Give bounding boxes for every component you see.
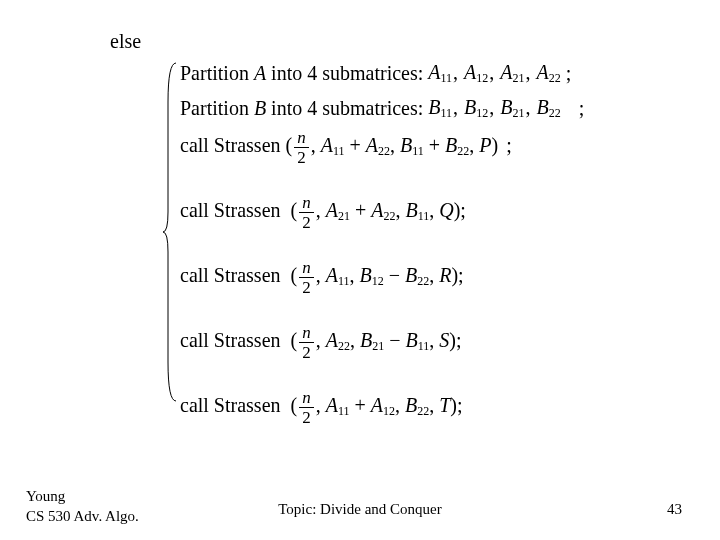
semi: ; [460,199,466,221]
rp: ) [491,134,498,156]
s: 11 [441,106,453,120]
s: 12 [383,404,395,418]
m: A [537,61,549,83]
m: A [371,199,383,221]
op: + [350,199,371,221]
m: A [464,61,476,83]
s: 22 [378,144,390,158]
c: , [349,264,354,286]
m: A [500,61,512,83]
call-strassen-5: call Strassen (n2, A11 + A12, B22, T); [180,389,584,426]
m: B [464,96,476,118]
semi: ; [457,394,463,416]
call: call Strassen [180,394,281,416]
c: , [489,96,494,118]
lp: ( [291,264,298,286]
s: 22 [417,274,429,288]
m: B [537,96,549,118]
m: B [405,394,417,416]
c: , [395,199,400,221]
partition-a: Partition A into 4 submatrices: A11, A12… [180,59,584,91]
semi: ; [566,62,572,84]
s: 11 [333,144,345,158]
semi: ; [579,97,585,119]
var-b: B [254,97,266,119]
call: call Strassen ( [180,134,292,156]
c: , [311,134,316,156]
rp: ) [449,329,456,351]
c: , [316,264,321,286]
s: 11 [338,274,350,288]
op: + [349,394,370,416]
call-strassen-4: call Strassen (n2, A22, B21 − B11, S); [180,324,584,361]
s: 21 [513,106,525,120]
var-a: A [254,62,266,84]
s: 22 [549,71,561,85]
call: call Strassen [180,329,281,351]
m: B [428,96,440,118]
m: A [366,134,378,156]
m: B [445,134,457,156]
c: , [429,264,434,286]
semi: ; [458,264,464,286]
footer-page: 43 [667,501,682,518]
m: A [326,199,338,221]
op: + [424,134,445,156]
op: − [384,329,405,351]
c: , [429,329,434,351]
semi: ; [506,134,512,156]
s: 12 [476,71,488,85]
c: , [453,61,458,83]
m: A [326,329,338,351]
m: B [405,329,417,351]
s: 11 [418,339,430,353]
s: 21 [338,209,350,223]
brace-icon [163,62,177,402]
m: B [500,96,512,118]
m: S [439,329,449,351]
s: 21 [372,339,384,353]
lp: ( [291,329,298,351]
s: 11 [418,209,430,223]
den: 2 [299,408,314,426]
m: B [405,199,417,221]
c: , [526,96,531,118]
call-strassen-1: call Strassen (n2, A11 + A22, B11 + B22,… [180,129,584,166]
m: T [439,394,450,416]
call: call Strassen [180,199,281,221]
s: 22 [457,144,469,158]
c: , [395,394,400,416]
c: , [316,329,321,351]
s: 11 [338,404,350,418]
text: into 4 submatrices: [266,62,428,84]
c: , [390,134,395,156]
s: 22 [383,209,395,223]
s: 11 [412,144,424,158]
m: A [326,264,338,286]
text: Partition [180,62,254,84]
partition-b: Partition B into 4 submatrices: B11, B12… [180,94,584,126]
s: 22 [417,404,429,418]
rp: ) [450,394,457,416]
lp: ( [291,199,298,221]
m: P [479,134,491,156]
c: , [316,394,321,416]
c: , [429,394,434,416]
m: A [428,61,440,83]
op: − [384,264,405,286]
s: 11 [441,71,453,85]
den: 2 [299,278,314,296]
num: n [299,389,314,408]
text: into 4 submatrices: [266,97,428,119]
den: 2 [294,148,309,166]
c: , [316,199,321,221]
num: n [299,324,314,343]
semi: ; [456,329,462,351]
op: + [344,134,365,156]
s: 22 [338,339,350,353]
lp: ( [291,394,298,416]
m: B [400,134,412,156]
den: 2 [299,213,314,231]
m: B [360,329,372,351]
num: n [294,129,309,148]
